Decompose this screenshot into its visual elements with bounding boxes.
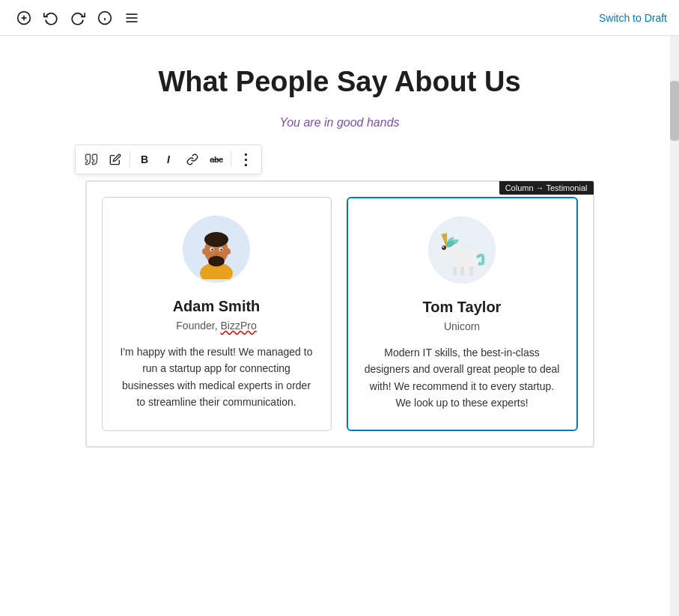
quote-icon (85, 153, 98, 166)
scrollbar-track (670, 36, 679, 616)
testimonial-card-tom[interactable]: Tom Taylor Unicorn Modern IT skills, the… (347, 197, 578, 431)
svg-point-19 (215, 254, 219, 256)
scrollbar-thumb[interactable] (670, 81, 679, 141)
redo-icon (70, 10, 85, 25)
testimonial-text-tom: Modern IT skills, the best-in-class desi… (363, 344, 561, 412)
switch-to-draft-button[interactable]: Switch to Draft (599, 12, 667, 24)
svg-point-28 (442, 246, 446, 250)
pencil-tool-button[interactable] (104, 148, 127, 171)
add-icon (16, 10, 31, 25)
svg-point-21 (226, 248, 231, 254)
page-subtitle: You are in good hands (279, 116, 399, 129)
toolbar-left (12, 6, 144, 30)
info-icon (97, 10, 112, 25)
testimonial-name-tom: Tom Taylor (423, 299, 502, 316)
content-area: What People Say About Us You are in good… (0, 36, 679, 616)
svg-point-29 (442, 246, 444, 248)
tom-avatar-svg (432, 220, 492, 280)
avatar-tom (428, 216, 496, 284)
bold-tool-button[interactable]: B (133, 148, 156, 171)
italic-tool-button[interactable]: I (157, 148, 180, 171)
page-title: What People Say About Us (48, 66, 632, 98)
info-button[interactable] (93, 6, 117, 30)
toolbar-divider-2 (231, 152, 231, 167)
top-bar: Switch to Draft (0, 0, 679, 36)
undo-button[interactable] (39, 6, 63, 30)
testimonial-role-tom: Unicorn (444, 320, 480, 332)
link-tool-button[interactable] (181, 148, 204, 171)
testimonial-role-adam: Founder, BizzPro (176, 320, 256, 332)
testimonial-card-adam[interactable]: Adam Smith Founder, BizzPro I'm happy wi… (102, 197, 332, 431)
column-badge: Column → Testimonial (499, 181, 594, 195)
svg-point-17 (211, 248, 213, 250)
menu-button[interactable] (120, 6, 144, 30)
undo-icon (43, 10, 58, 25)
toolbar-divider (130, 152, 130, 167)
strikethrough-tool-button[interactable]: abc (205, 148, 228, 171)
svg-point-14 (208, 256, 225, 266)
quote-tool-button[interactable] (80, 148, 103, 171)
role-link-adam: BizzPro (220, 320, 256, 332)
svg-point-18 (220, 248, 222, 250)
more-options-button[interactable]: ⋮ (234, 148, 257, 171)
svg-rect-32 (460, 266, 464, 275)
menu-icon (124, 10, 139, 25)
testimonial-text-adam: I'm happy with the result! We managed to… (118, 344, 316, 411)
svg-point-13 (204, 232, 228, 247)
add-block-button[interactable] (12, 6, 36, 30)
avatar-adam (183, 216, 250, 283)
testimonials-block: Column → Testimonial (85, 180, 594, 448)
testimonial-name-adam: Adam Smith (173, 298, 261, 315)
adam-avatar-svg (186, 219, 246, 279)
link-icon (186, 153, 198, 165)
svg-rect-31 (453, 266, 457, 275)
block-toolbar: B I abc ⋮ (75, 144, 262, 174)
svg-point-20 (202, 248, 207, 254)
pencil-icon (109, 153, 121, 165)
redo-button[interactable] (66, 6, 90, 30)
svg-rect-33 (469, 266, 473, 275)
